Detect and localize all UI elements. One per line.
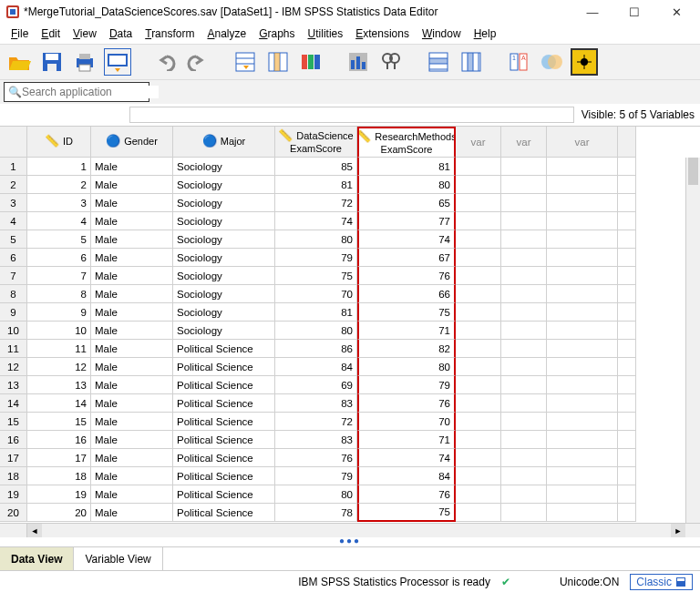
cell-rm[interactable]: 80 — [357, 176, 456, 194]
cell-gender[interactable]: Male — [91, 413, 173, 431]
cell-id[interactable]: 19 — [27, 485, 91, 504]
cell-gender[interactable]: Male — [91, 485, 173, 504]
cell-id[interactable]: 20 — [27, 504, 91, 522]
cell-major[interactable]: Sociology — [173, 267, 275, 285]
cell-gender[interactable]: Male — [91, 340, 173, 358]
cell-ds[interactable]: 75 — [275, 267, 357, 285]
cell-empty[interactable] — [547, 194, 618, 212]
cell-ds[interactable]: 78 — [275, 504, 357, 522]
menu-view[interactable]: View — [67, 26, 102, 42]
cell-empty[interactable] — [501, 212, 547, 230]
cell-ds[interactable]: 80 — [275, 322, 357, 340]
row-header[interactable]: 11 — [0, 340, 27, 358]
col-header-gender[interactable]: 🔵 Gender — [91, 127, 173, 158]
status-classic-button[interactable]: Classic — [630, 574, 693, 590]
cell-gender[interactable]: Male — [91, 212, 173, 230]
cell-empty[interactable] — [501, 249, 547, 267]
scroll-right-icon[interactable]: ► — [671, 524, 685, 538]
col-header-empty[interactable]: var — [547, 127, 618, 158]
row-header[interactable]: 19 — [0, 485, 27, 504]
cell-empty[interactable] — [456, 303, 501, 322]
row-header[interactable]: 16 — [0, 431, 27, 449]
weight-cases-icon[interactable] — [538, 48, 565, 76]
cell-ds[interactable]: 83 — [275, 394, 357, 413]
row-header[interactable]: 20 — [0, 504, 27, 522]
menu-help[interactable]: Help — [468, 26, 502, 42]
find-icon[interactable] — [377, 48, 405, 76]
cell-id[interactable]: 4 — [27, 212, 91, 230]
cell-ds[interactable]: 76 — [275, 449, 357, 467]
cell-empty[interactable] — [456, 230, 501, 249]
cell-ds[interactable]: 72 — [275, 194, 357, 212]
redo-icon[interactable] — [184, 48, 211, 76]
select-cases-icon[interactable] — [571, 48, 598, 76]
cell-ds[interactable]: 86 — [275, 340, 357, 358]
search-input[interactable] — [22, 86, 159, 98]
row-header[interactable]: 13 — [0, 376, 27, 394]
col-header-major[interactable]: 🔵 Major — [173, 127, 275, 158]
cell-empty[interactable] — [547, 358, 618, 376]
cell-rm[interactable]: 76 — [357, 485, 456, 504]
cell-empty[interactable] — [456, 322, 501, 340]
cell-empty[interactable] — [547, 212, 618, 230]
cell-empty[interactable] — [501, 394, 547, 413]
cell-empty[interactable] — [456, 358, 501, 376]
cell-ds[interactable]: 81 — [275, 176, 357, 194]
cell-empty[interactable] — [547, 249, 618, 267]
cell-id[interactable]: 18 — [27, 467, 91, 485]
cell-empty[interactable] — [501, 285, 547, 303]
cell-gender[interactable]: Male — [91, 504, 173, 522]
row-header[interactable]: 2 — [0, 176, 27, 194]
cell-empty[interactable] — [501, 176, 547, 194]
cell-major[interactable]: Political Science — [173, 340, 275, 358]
cell-empty[interactable] — [456, 376, 501, 394]
cell-rm[interactable]: 79 — [357, 376, 456, 394]
cell-major[interactable]: Political Science — [173, 413, 275, 431]
cell-ds[interactable]: 81 — [275, 303, 357, 322]
cell-empty[interactable] — [501, 158, 547, 176]
cell-ds[interactable]: 80 — [275, 230, 357, 249]
print-icon[interactable] — [71, 48, 98, 76]
cell-ds[interactable]: 74 — [275, 212, 357, 230]
cell-rm[interactable]: 75 — [357, 504, 456, 522]
cell-rm[interactable]: 84 — [357, 467, 456, 485]
row-header[interactable]: 12 — [0, 358, 27, 376]
cell-id[interactable]: 12 — [27, 358, 91, 376]
menu-analyze[interactable]: Analyze — [201, 26, 252, 42]
cell-major[interactable]: Political Science — [173, 376, 275, 394]
cell-ds[interactable]: 70 — [275, 285, 357, 303]
cell-empty[interactable] — [547, 267, 618, 285]
cell-rm[interactable]: 70 — [357, 413, 456, 431]
cell-empty[interactable] — [456, 431, 501, 449]
cell-empty[interactable] — [547, 413, 618, 431]
cell-gender[interactable]: Male — [91, 467, 173, 485]
cell-major[interactable]: Sociology — [173, 176, 275, 194]
cell-gender[interactable]: Male — [91, 431, 173, 449]
cell-major[interactable]: Political Science — [173, 504, 275, 522]
menu-data[interactable]: Data — [104, 26, 138, 42]
cell-gender[interactable]: Male — [91, 194, 173, 212]
cell-empty[interactable] — [501, 322, 547, 340]
goto-case-icon[interactable] — [232, 48, 259, 76]
run-descr-icon[interactable] — [345, 48, 372, 76]
row-header[interactable]: 6 — [0, 249, 27, 267]
cell-empty[interactable] — [456, 158, 501, 176]
cell-empty[interactable] — [501, 485, 547, 504]
insert-case-icon[interactable] — [425, 48, 452, 76]
cell-gender[interactable]: Male — [91, 449, 173, 467]
cell-empty[interactable] — [501, 340, 547, 358]
cell-empty[interactable] — [456, 212, 501, 230]
cell-empty[interactable] — [501, 230, 547, 249]
cell-empty[interactable] — [456, 413, 501, 431]
cell-empty[interactable] — [501, 194, 547, 212]
cell-id[interactable]: 1 — [27, 158, 91, 176]
cell-ds[interactable]: 83 — [275, 431, 357, 449]
cell-empty[interactable] — [456, 485, 501, 504]
cell-id[interactable]: 8 — [27, 285, 91, 303]
cell-rm[interactable]: 67 — [357, 249, 456, 267]
cell-ds[interactable]: 84 — [275, 358, 357, 376]
cell-rm[interactable]: 75 — [357, 303, 456, 322]
cell-rm[interactable]: 82 — [357, 340, 456, 358]
cell-empty[interactable] — [501, 431, 547, 449]
cell-id[interactable]: 5 — [27, 230, 91, 249]
